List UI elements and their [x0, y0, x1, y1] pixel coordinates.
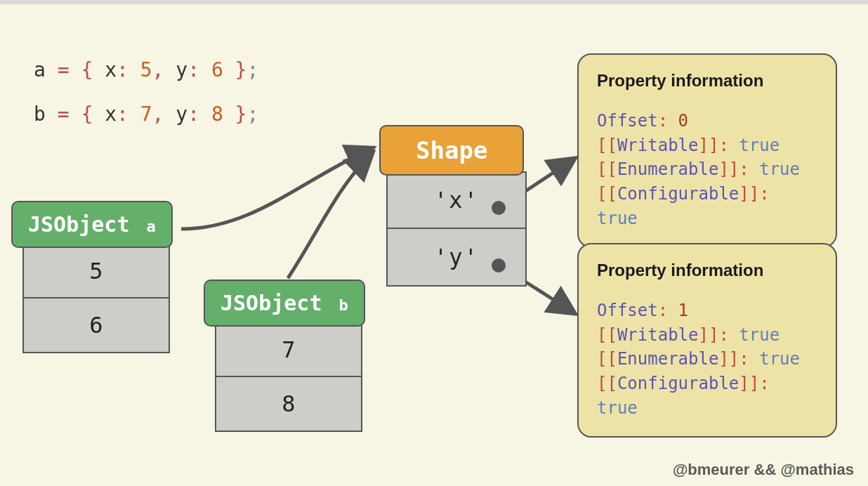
property-row-enumerable: [[Enumerable]]: true [597, 347, 817, 372]
property-info-bottom: Property information Offset: 1 [[Writabl… [577, 243, 837, 438]
property-row-offset: Offset: 1 [597, 298, 817, 323]
jsobject-a-cell: 6 [22, 298, 170, 353]
code-line-2: b = { x: 7, y: 8 }; [34, 99, 258, 131]
property-row-configurable: [[Configurable]]: true [597, 182, 817, 231]
property-row-offset: Offset: 0 [597, 109, 817, 133]
jsobject-a-suffix: a [147, 218, 156, 235]
code-token: y [176, 103, 188, 126]
pi-key: Configurable [617, 184, 739, 204]
code-token: ; [246, 58, 258, 81]
code-token: : [117, 103, 129, 126]
property-info-top: Property information Offset: 0 [[Writabl… [577, 53, 837, 248]
pi-key: Configurable [617, 374, 739, 393]
jsobject-b-cell: 8 [215, 377, 362, 432]
code-token: } [235, 58, 247, 81]
code-line-1: a = { x: 5, y: 6 }; [34, 55, 258, 86]
pi-key: Offset [597, 301, 658, 320]
credit-text: @bmeurer && @mathias [673, 461, 854, 479]
pi-val: true [739, 136, 780, 155]
pi-key: Writable [617, 325, 699, 345]
jsobject-b-label: JSObject [221, 291, 322, 315]
property-row-configurable: [[Configurable]]: true [597, 372, 817, 421]
code-token: : [117, 58, 129, 81]
property-row-writable: [[Writable]]: true [597, 133, 817, 158]
pi-val: true [759, 159, 800, 179]
code-token: = [58, 103, 70, 126]
connector-dot [492, 201, 506, 215]
code-token: ; [246, 103, 258, 126]
code-token: y [176, 58, 188, 81]
code-token: a [34, 58, 46, 81]
shape-header: Shape [379, 125, 524, 176]
property-info-title: Property information [597, 69, 817, 93]
jsobject-b-header: JSObject b [204, 280, 365, 327]
pi-val: true [597, 209, 638, 228]
pi-val: 0 [678, 111, 688, 131]
code-token: x [105, 103, 117, 126]
jsobject-a-header: JSObject a [11, 201, 173, 248]
property-info-title: Property information [597, 258, 817, 283]
code-token: 7 [140, 103, 152, 126]
shape-prop-cell: 'y' [386, 229, 527, 287]
code-token: = [58, 58, 70, 81]
code-token: 5 [140, 58, 152, 81]
property-row-writable: [[Writable]]: true [597, 323, 817, 348]
pi-val: true [739, 325, 780, 345]
code-token: } [235, 103, 247, 126]
code-token: : [188, 58, 199, 81]
pi-val: true [759, 349, 800, 369]
shape-prop-cell: 'x' [386, 171, 527, 229]
code-token: , [152, 58, 164, 81]
jsobject-b: JSObject b 7 8 [204, 280, 365, 432]
code-token: b [34, 103, 46, 126]
code-token: 8 [211, 103, 223, 126]
code-block: a = { x: 5, y: 6 }; b = { x: 7 [34, 55, 258, 143]
connector-dot [492, 258, 506, 272]
jsobject-a: JSObject a 5 6 [11, 201, 173, 353]
code-token: 6 [211, 58, 223, 81]
jsobject-a-cell: 5 [22, 244, 170, 298]
pi-key: Enumerable [617, 159, 719, 179]
pi-key: Writable [617, 136, 699, 155]
pi-val: true [597, 398, 638, 418]
pi-val: 1 [678, 301, 688, 320]
pi-key: Offset [597, 111, 658, 131]
code-token: , [152, 103, 164, 126]
code-token: { [81, 58, 93, 81]
property-row-enumerable: [[Enumerable]]: true [597, 157, 817, 182]
shape-label: Shape [416, 136, 487, 164]
jsobject-b-suffix: b [339, 296, 348, 314]
jsobject-a-label: JSObject [28, 212, 130, 237]
code-token: x [105, 58, 117, 81]
jsobject-b-cell: 7 [215, 322, 362, 377]
pi-key: Enumerable [617, 349, 719, 369]
code-token: : [188, 103, 199, 126]
code-token: { [81, 103, 93, 126]
